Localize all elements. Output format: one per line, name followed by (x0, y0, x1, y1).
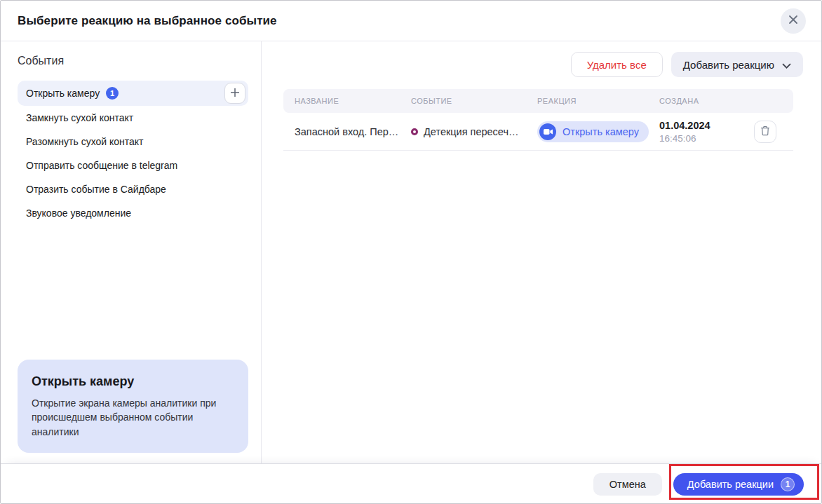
add-reaction-dropdown[interactable]: Добавить реакцию (671, 52, 803, 77)
event-info-card: Открыть камеру Открытие экрана камеры ан… (18, 360, 248, 453)
table-row: Запасной вход. Пере… Детекция пересеч… О… (283, 113, 793, 151)
sidebar-item-label: Замкнуть сухой контакт (26, 112, 133, 123)
sidebar-item-label: Разомкнуть сухой контакт (26, 136, 144, 147)
cell-reaction: Открыть камеру (537, 121, 659, 142)
submit-label: Добавить реакции (687, 479, 774, 490)
sidebar-item-sound-notification[interactable]: Звуковое уведомление (18, 201, 248, 225)
add-reaction-label: Добавить реакцию (683, 59, 774, 71)
cell-name: Запасной вход. Пере… (283, 126, 411, 137)
reactions-panel: Удалить все Добавить реакцию НАЗВАНИЕ СО… (262, 41, 821, 463)
reactions-toolbar: Удалить все Добавить реакцию (283, 52, 803, 77)
sidebar-item-label: Отправить сообщение в telegram (26, 160, 177, 171)
delete-row-button[interactable] (754, 121, 776, 143)
trash-icon (760, 125, 770, 138)
plus-icon (230, 88, 240, 100)
cell-created: 01.04.2024 16:45:06 (659, 120, 754, 144)
sidebar-item-show-in-sidebar[interactable]: Отразить событие в Сайдбаре (18, 177, 248, 201)
reaction-count-badge: 1 (106, 87, 119, 100)
cell-event-label: Детекция пересеч… (424, 126, 519, 137)
cell-event: Детекция пересеч… (411, 126, 537, 137)
submit-count-badge: 1 (781, 477, 795, 491)
cell-actions (754, 121, 793, 143)
cancel-button[interactable]: Отмена (593, 473, 662, 496)
dialog-footer: Отмена Добавить реакции 1 (1, 463, 821, 504)
column-header-name: НАЗВАНИЕ (283, 97, 411, 105)
reaction-dialog: Выберите реакцию на выбранное событие Со… (0, 0, 822, 504)
created-time: 16:45:06 (659, 133, 754, 144)
reaction-pill: Открыть камеру (537, 121, 649, 142)
sidebar-item-label: Отразить событие в Сайдбаре (26, 184, 166, 195)
info-card-description: Открытие экрана камеры аналитики при про… (32, 396, 234, 439)
submit-button[interactable]: Добавить реакции 1 (673, 473, 804, 496)
sidebar-item-label: Звуковое уведомление (26, 207, 131, 219)
reaction-pill-label: Открыть камеру (562, 126, 639, 137)
dialog-body: События Открыть камеру 1 Замкнуть сухой … (1, 41, 821, 463)
close-icon (788, 15, 798, 27)
event-type-icon (411, 128, 418, 135)
sidebar-item-close-dry-contact[interactable]: Замкнуть сухой контакт (18, 106, 248, 130)
sidebar-item-open-camera[interactable]: Открыть камеру 1 (18, 81, 248, 106)
dialog-title: Выберите реакцию на выбранное событие (18, 14, 277, 28)
table-header: НАЗВАНИЕ СОБЫТИЕ РЕАКЦИЯ СОЗДАНА (283, 89, 793, 113)
dialog-header: Выберите реакцию на выбранное событие (1, 1, 821, 41)
sidebar-item-label: Открыть камеру (26, 88, 100, 99)
info-card-title: Открыть камеру (32, 374, 234, 389)
add-reaction-plus-button[interactable] (224, 83, 245, 104)
close-button[interactable] (781, 8, 806, 34)
events-sidebar: События Открыть камеру 1 Замкнуть сухой … (1, 41, 262, 463)
chevron-down-icon (782, 59, 791, 71)
sidebar-item-open-dry-contact[interactable]: Разомкнуть сухой контакт (18, 130, 248, 154)
column-header-reaction: РЕАКЦИЯ (537, 97, 659, 105)
sidebar-item-send-telegram[interactable]: Отправить сообщение в telegram (18, 154, 248, 177)
delete-all-button[interactable]: Удалить все (571, 52, 663, 77)
column-header-created: СОЗДАНА (659, 97, 754, 105)
camera-icon (539, 123, 556, 140)
reactions-table: НАЗВАНИЕ СОБЫТИЕ РЕАКЦИЯ СОЗДАНА Запасно… (283, 89, 793, 151)
sidebar-header: События (18, 55, 248, 67)
created-date: 01.04.2024 (659, 120, 754, 131)
column-header-event: СОБЫТИЕ (411, 97, 537, 105)
